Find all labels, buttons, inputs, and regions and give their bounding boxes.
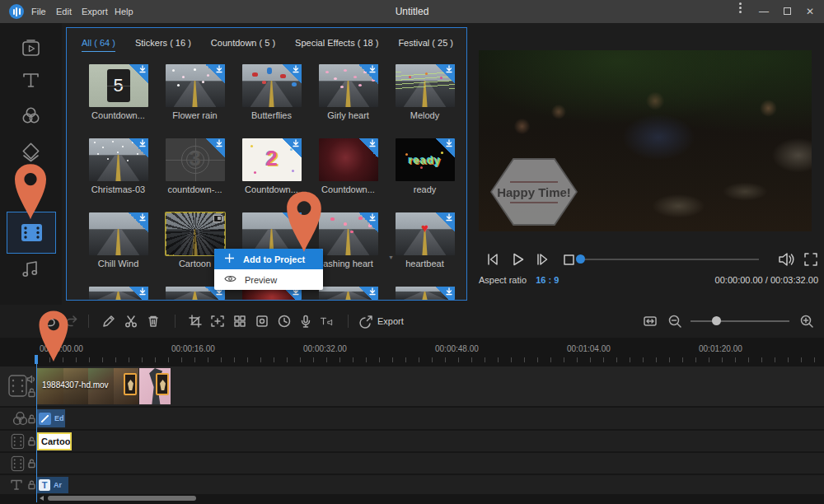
element-thumbnail[interactable] bbox=[89, 212, 148, 255]
element-thumbnail[interactable]: 2 bbox=[242, 138, 302, 181]
music-icon[interactable] bbox=[20, 258, 42, 280]
previous-frame-icon[interactable] bbox=[484, 250, 502, 268]
element-item[interactable]: Christmas-03 bbox=[80, 138, 157, 194]
element-thumbnail[interactable]: 5 bbox=[89, 64, 148, 107]
track-lock-icon[interactable] bbox=[27, 436, 36, 446]
element-label: Butterflies bbox=[233, 110, 310, 120]
elements-icon bbox=[21, 222, 43, 243]
element-item[interactable]: Butterflies bbox=[233, 64, 310, 120]
element-item[interactable]: ♥ heartbeat bbox=[386, 212, 463, 268]
preview-status-row: Aspect ratio 16 : 9 00:00:00.00 / 00:03:… bbox=[479, 275, 818, 288]
text-to-speech-icon[interactable] bbox=[320, 314, 335, 329]
mosaic-icon[interactable] bbox=[232, 314, 247, 329]
export-icon[interactable] bbox=[359, 314, 374, 329]
video-editor-window: File Edit Export Help Untitled — ✕ bbox=[0, 0, 824, 504]
menu-item-preview[interactable]: Preview bbox=[214, 269, 323, 290]
aspect-ratio-value[interactable]: 16 : 9 bbox=[536, 275, 559, 285]
element-thumbnail[interactable] bbox=[89, 287, 148, 300]
next-frame-icon[interactable] bbox=[533, 250, 551, 268]
element-item[interactable] bbox=[386, 287, 463, 300]
element-thumbnail[interactable] bbox=[319, 64, 378, 107]
tab-3[interactable]: Special Effects ( 18 ) bbox=[295, 38, 378, 52]
text-clip[interactable]: T Ar bbox=[37, 477, 68, 493]
text-icon[interactable] bbox=[20, 69, 42, 91]
timeline-horizontal-scrollbar[interactable] bbox=[0, 495, 824, 502]
element-thumbnail[interactable] bbox=[319, 212, 378, 255]
minimize-button[interactable]: — bbox=[753, 0, 775, 23]
overlay-icon[interactable] bbox=[20, 142, 42, 165]
element-thumbnail[interactable] bbox=[319, 287, 378, 300]
edit-icon[interactable] bbox=[101, 314, 116, 329]
tab-4[interactable]: Festival ( 25 ) bbox=[398, 38, 453, 52]
scroll-left-icon[interactable] bbox=[40, 496, 44, 501]
play-icon[interactable] bbox=[508, 250, 527, 268]
transition-badge-icon[interactable] bbox=[156, 373, 169, 395]
track-lock-icon[interactable] bbox=[27, 480, 36, 490]
playhead[interactable] bbox=[36, 355, 37, 502]
export-button[interactable]: Export bbox=[377, 316, 404, 326]
freeze-frame-icon[interactable] bbox=[255, 314, 269, 329]
element-item[interactable]: Flower rain bbox=[157, 64, 233, 120]
cut-icon[interactable] bbox=[124, 314, 138, 329]
crop-icon[interactable] bbox=[188, 314, 203, 329]
track-overlay bbox=[0, 453, 824, 474]
stop-icon[interactable] bbox=[559, 250, 578, 268]
preview-video: Happy Time! bbox=[479, 50, 812, 231]
element-item[interactable]: ready ready bbox=[386, 138, 463, 194]
duration-icon[interactable] bbox=[277, 314, 292, 329]
element-thumbnail[interactable]: ♥ bbox=[396, 212, 455, 255]
track-lock-icon[interactable] bbox=[27, 459, 36, 469]
element-item[interactable]: 3 countdown-... bbox=[157, 138, 233, 194]
element-item[interactable]: Girly heart bbox=[310, 64, 386, 120]
tab-0[interactable]: All ( 64 ) bbox=[82, 38, 115, 52]
panel-scroll-down-icon[interactable]: ▼ bbox=[388, 254, 394, 260]
ruler-timecode: 00:00:16.00 bbox=[171, 344, 215, 353]
scrollbar-thumb[interactable] bbox=[48, 496, 196, 501]
download-badge-icon bbox=[435, 138, 455, 158]
fit-timeline-icon[interactable] bbox=[643, 314, 658, 329]
element-thumbnail[interactable] bbox=[166, 64, 225, 107]
zoom-in-icon[interactable] bbox=[799, 314, 814, 329]
element-item[interactable] bbox=[80, 287, 157, 300]
element-item[interactable]: Chill Wind bbox=[80, 212, 157, 268]
element-thumbnail[interactable] bbox=[319, 138, 378, 181]
delete-icon[interactable] bbox=[146, 314, 161, 329]
effect-clip[interactable]: Ed bbox=[37, 409, 65, 427]
video-clip-filename: 19884307-hd.mov bbox=[42, 380, 109, 390]
tab-2[interactable]: Countdown ( 5 ) bbox=[211, 38, 275, 52]
element-thumbnail[interactable]: ready bbox=[396, 138, 455, 181]
transition-badge-icon[interactable] bbox=[124, 373, 137, 395]
element-item[interactable]: 2 Countdown... bbox=[233, 138, 310, 194]
track-audio-icon[interactable] bbox=[26, 375, 36, 384]
element-item[interactable]: Melody bbox=[386, 64, 463, 120]
download-badge-icon bbox=[358, 138, 378, 158]
element-clip-cartoon[interactable]: Cartoo bbox=[37, 432, 72, 450]
tab-1[interactable]: Stickers ( 16 ) bbox=[135, 38, 191, 52]
track-lock-icon[interactable] bbox=[27, 388, 36, 398]
preview-progress-handle[interactable] bbox=[576, 254, 585, 264]
element-thumbnail[interactable]: 3 bbox=[166, 138, 225, 181]
in-use-badge-icon bbox=[213, 215, 222, 222]
element-thumbnail[interactable] bbox=[242, 64, 302, 107]
volume-icon[interactable] bbox=[775, 250, 795, 268]
track-lock-icon[interactable] bbox=[27, 414, 36, 424]
timeline-zoom-handle[interactable] bbox=[712, 316, 721, 325]
element-thumbnail[interactable] bbox=[396, 287, 455, 300]
ruler-timecode: 00:00:32.00 bbox=[303, 344, 347, 353]
fullscreen-icon[interactable] bbox=[802, 250, 820, 268]
element-item[interactable]: Countdown... bbox=[310, 138, 386, 194]
voiceover-icon[interactable] bbox=[298, 314, 313, 329]
preview-progress-bar[interactable] bbox=[579, 259, 759, 260]
element-thumbnail[interactable] bbox=[89, 138, 148, 181]
element-label: Chill Wind bbox=[80, 259, 157, 268]
zoom-out-icon[interactable] bbox=[667, 314, 682, 329]
element-thumbnail[interactable] bbox=[396, 64, 455, 107]
video-library-icon[interactable] bbox=[20, 37, 42, 59]
timeline-zoom-slider[interactable] bbox=[691, 320, 789, 322]
maximize-button[interactable] bbox=[776, 0, 798, 23]
zoom-frame-icon[interactable] bbox=[210, 314, 225, 329]
filters-icon[interactable] bbox=[20, 105, 42, 127]
element-item[interactable]: 5 Countdown... bbox=[80, 64, 157, 120]
more-options-icon[interactable] bbox=[729, 0, 751, 23]
close-button[interactable]: ✕ bbox=[799, 0, 821, 23]
